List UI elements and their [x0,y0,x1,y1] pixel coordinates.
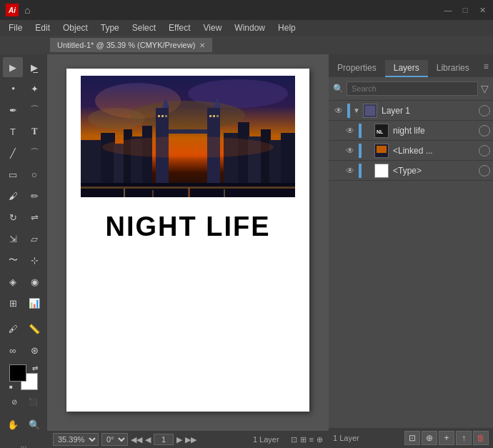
tool-row-rect: ▭ ○ [3,164,44,184]
menu-object[interactable]: Object [57,21,94,34]
arrange-button[interactable]: ⊞ [300,435,307,444]
blend-tool[interactable]: ∞ [3,340,23,360]
tab-libraries[interactable]: Libraries [428,60,478,77]
color-mode-button[interactable]: ⬛ [24,393,41,410]
foreground-color-box[interactable] [9,364,26,382]
toolbar: ▶ ▶̲ ⦁ ✦ ✒ ⌒ T 𝐓 ╱ ⌒ ▭ ○ 🖌 ✏ ↻ ⇌ [0,54,47,448]
filter-icon[interactable]: ▽ [481,83,489,94]
free-transform-tool[interactable]: ⊹ [24,250,44,270]
line-tool[interactable]: ╱ [3,143,23,163]
linked-target-circle[interactable] [479,145,490,156]
select-tool[interactable]: ▶ [3,57,23,77]
canvas-options-button[interactable]: ⊡ [291,435,297,444]
shape-builder-tool[interactable]: ◈ [3,272,23,292]
menu-type[interactable]: Type [95,21,125,34]
menu-effect[interactable]: Effect [163,21,196,34]
live-paint-tool[interactable]: ◉ [24,272,44,292]
night-life-text: NIGHT LIFE [66,211,309,242]
arc-tool[interactable]: ⌒ [24,143,44,163]
nightlife-visibility-icon[interactable]: 👁 [343,126,357,136]
rotate-tool[interactable]: ↻ [3,207,23,227]
tool-row-shape: ◈ ◉ [3,272,44,292]
linked-visibility-icon[interactable]: 👁 [343,146,357,156]
fill-none-button[interactable]: ⊘ [6,393,23,410]
move-to-layer-button[interactable]: ↑ [456,431,472,445]
zoom-tool[interactable]: 🔍 [24,414,44,434]
touch-type-tool[interactable]: 𝐓 [24,121,44,141]
scale-tool[interactable]: ⇲ [3,229,23,249]
layers-button[interactable]: ≡ [309,435,314,444]
tab-layers[interactable]: Layers [385,60,428,77]
shear-tool[interactable]: ▱ [24,229,44,249]
minimize-button[interactable]: — [443,5,453,15]
create-sublayer-button[interactable]: + [439,431,454,445]
symbol-tool[interactable]: ⊛ [24,340,44,360]
tab-properties[interactable]: Properties [329,60,385,77]
menu-file[interactable]: File [3,21,28,34]
menu-window[interactable]: Window [229,21,271,34]
locate-object-button[interactable]: ⊕ [422,431,437,445]
curvature-tool[interactable]: ⌒ [24,100,44,120]
menu-edit[interactable]: Edit [29,21,56,34]
lasso-tool[interactable]: ⦁ [3,79,23,99]
reflect-tool[interactable]: ⇌ [24,207,44,227]
zoom-select[interactable]: 35.39% [53,433,99,446]
fill-stroke-row: ⊘ ⬛ [6,393,41,410]
edit-toolbar-button[interactable]: ··· [14,437,34,448]
prev-page-button[interactable]: ◀◀ [131,435,142,444]
layer-group-1[interactable]: 👁 ▼ Layer 1 [329,101,493,121]
delete-layer-button[interactable]: 🗑 [473,431,489,445]
graph-tool[interactable]: 📊 [24,293,44,313]
prev-button[interactable]: ◀ [145,435,151,444]
pencil-tool[interactable]: ✏ [24,186,44,206]
panel-tabs: Properties Layers Libraries ≡ [329,54,493,77]
angle-select[interactable]: 0° [101,433,128,446]
search-icon: 🔍 [333,84,344,94]
footer-buttons: ⊡ ⊕ + ↑ 🗑 [404,431,489,445]
swap-colors-icon[interactable]: ⇄ [32,364,38,372]
panel-menu-button[interactable]: ≡ [478,56,493,77]
close-button[interactable]: ✕ [477,5,487,15]
layer-item-type[interactable]: 👁 <Type> [329,161,493,181]
direct-select-tool[interactable]: ▶̲ [24,57,44,77]
maximize-button[interactable]: □ [460,5,470,15]
ellipse-tool[interactable]: ○ [24,164,44,184]
menu-bar: File Edit Object Type Select Effect View… [0,20,493,36]
type-visibility-icon[interactable]: 👁 [343,166,357,176]
type-target-circle[interactable] [479,165,490,176]
home-icon[interactable]: ⌂ [24,4,30,16]
artboard-button[interactable]: ⊕ [317,435,323,444]
tab-close-button[interactable]: ✕ [199,41,205,49]
perspective-grid-tool[interactable]: ⊞ [3,293,23,313]
layer1-expand-icon[interactable]: ▼ [352,106,362,114]
hand-tool[interactable]: ✋ [3,414,23,434]
next-page-button[interactable]: ▶▶ [185,435,196,444]
menu-view[interactable]: View [198,21,228,34]
menu-select[interactable]: Select [126,21,161,34]
layers-search-input[interactable] [347,81,478,96]
eyedropper-tool[interactable]: 🖋 [3,319,23,339]
layer-item-linked[interactable]: 👁 <Linked ... [329,141,493,161]
page-input[interactable] [154,434,174,445]
menu-help[interactable]: Help [272,21,302,34]
rect-tool[interactable]: ▭ [3,164,23,184]
layer1-target-circle[interactable] [479,105,490,116]
city-image [81,76,295,197]
nightlife-target-circle[interactable] [479,125,490,136]
next-button[interactable]: ▶ [176,435,182,444]
pen-tool[interactable]: ✒ [3,100,23,120]
warp-tool[interactable]: 〜 [3,250,23,270]
layer1-visibility-icon[interactable]: 👁 [332,106,346,116]
canvas-scroll[interactable]: NIGHT LIFE [47,54,329,431]
type-layer-name: <Type> [390,166,477,176]
reset-colors-icon[interactable]: ■ [9,384,13,390]
svg-rect-40 [377,146,387,153]
layer-item-nightlife[interactable]: 👁 NL night life [329,121,493,141]
paintbrush-tool[interactable]: 🖌 [3,186,23,206]
tool-row-handscale: ✋ 🔍 [3,414,44,434]
type-tool[interactable]: T [3,121,23,141]
make-clipping-mask-button[interactable]: ⊡ [404,431,420,445]
document-tab[interactable]: Untitled-1* @ 35.39 % (CMYK/Preview) ✕ [50,38,212,52]
measure-tool[interactable]: 📏 [24,319,44,339]
magic-wand-tool[interactable]: ✦ [24,79,44,99]
